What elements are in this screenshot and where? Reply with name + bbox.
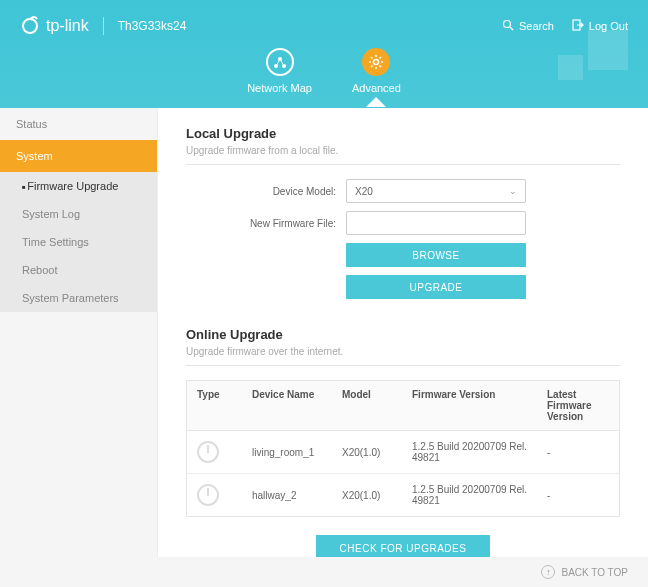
device-model-select[interactable]: X20 ⌄ [346, 179, 526, 203]
svg-line-8 [280, 59, 284, 66]
upgrade-button[interactable]: UPGRADE [346, 275, 526, 299]
svg-point-0 [23, 19, 37, 33]
th-latest: Latest Firmware Version [547, 389, 609, 422]
firmware-file-label: New Firmware File: [186, 218, 336, 229]
device-id: Th3G33ks24 [118, 19, 187, 33]
logo-icon [20, 16, 40, 36]
local-upgrade-section: Local Upgrade Upgrade firmware from a lo… [186, 126, 620, 299]
tab-advanced[interactable]: Advanced [352, 48, 401, 106]
td-firmware: 1.2.5 Build 20200709 Rel. 49821 [412, 484, 547, 506]
sidebar-item-system[interactable]: System [0, 140, 157, 172]
firmware-file-row: New Firmware File: [186, 211, 620, 235]
tab-advanced-label: Advanced [352, 82, 401, 94]
sidebar-sub-firmware[interactable]: Firmware Upgrade [0, 172, 157, 200]
td-latest: - [547, 447, 609, 458]
td-model: X20(1.0) [342, 490, 412, 501]
td-model: X20(1.0) [342, 447, 412, 458]
check-for-upgrades-button[interactable]: CHECK FOR UPGRADES [316, 535, 491, 557]
th-type: Type [197, 389, 252, 422]
main-panel: Local Upgrade Upgrade firmware from a lo… [158, 108, 648, 557]
header: tp-link Th3G33ks24 Search Log Out Networ… [0, 0, 648, 108]
th-firmware: Firmware Version [412, 389, 547, 422]
td-type [197, 484, 252, 506]
chevron-down-icon: ⌄ [509, 186, 517, 196]
svg-line-2 [510, 27, 513, 30]
sidebar-sub-params[interactable]: System Parameters [0, 284, 157, 312]
upgrade-row: UPGRADE [186, 275, 620, 299]
online-upgrade-section: Online Upgrade Upgrade firmware over the… [186, 327, 620, 557]
gear-icon [362, 48, 390, 76]
tab-network-map-label: Network Map [247, 82, 312, 94]
device-type-icon [197, 441, 219, 463]
tab-network-map[interactable]: Network Map [247, 48, 312, 106]
td-name: hallway_2 [252, 490, 342, 501]
td-firmware: 1.2.5 Build 20200709 Rel. 49821 [412, 441, 547, 463]
browse-row: BROWSE [186, 243, 620, 267]
network-map-icon [266, 48, 294, 76]
sidebar-sub-reboot[interactable]: Reboot [0, 256, 157, 284]
back-to-top[interactable]: ↑ BACK TO TOP [0, 557, 648, 587]
svg-line-7 [276, 59, 280, 66]
brand-divider [103, 17, 104, 35]
back-to-top-label: BACK TO TOP [561, 567, 628, 578]
search-icon [502, 19, 514, 33]
divider [186, 164, 620, 165]
online-upgrade-subtitle: Upgrade firmware over the internet. [186, 346, 620, 357]
device-model-label: Device Model: [186, 186, 336, 197]
browse-button[interactable]: BROWSE [346, 243, 526, 267]
device-type-icon [197, 484, 219, 506]
device-model-value: X20 [355, 186, 373, 197]
online-upgrade-title: Online Upgrade [186, 327, 620, 342]
td-latest: - [547, 490, 609, 501]
content: Status System Firmware Upgrade System Lo… [0, 108, 648, 557]
sidebar-sub-syslog[interactable]: System Log [0, 200, 157, 228]
sidebar-sub-time[interactable]: Time Settings [0, 228, 157, 256]
devices-table: Type Device Name Model Firmware Version … [186, 380, 620, 517]
brand-text: tp-link [46, 17, 89, 35]
arrow-up-icon: ↑ [541, 565, 555, 579]
local-upgrade-title: Local Upgrade [186, 126, 620, 141]
th-model: Model [342, 389, 412, 422]
svg-point-1 [504, 21, 511, 28]
divider [186, 365, 620, 366]
table-row: hallway_2X20(1.0)1.2.5 Build 20200709 Re… [187, 474, 619, 516]
firmware-file-input[interactable] [346, 211, 526, 235]
check-button-wrap: CHECK FOR UPGRADES [186, 535, 620, 557]
table-header: Type Device Name Model Firmware Version … [187, 381, 619, 431]
sidebar: Status System Firmware Upgrade System Lo… [0, 108, 158, 557]
td-name: living_room_1 [252, 447, 342, 458]
sidebar-item-status[interactable]: Status [0, 108, 157, 140]
device-model-row: Device Model: X20 ⌄ [186, 179, 620, 203]
nav-tabs: Network Map Advanced [0, 48, 648, 106]
brand: tp-link Th3G33ks24 [20, 16, 186, 36]
table-body: living_room_1X20(1.0)1.2.5 Build 2020070… [187, 431, 619, 516]
td-type [197, 441, 252, 463]
table-row: living_room_1X20(1.0)1.2.5 Build 2020070… [187, 431, 619, 474]
local-upgrade-subtitle: Upgrade firmware from a local file. [186, 145, 620, 156]
th-name: Device Name [252, 389, 342, 422]
svg-point-9 [374, 60, 379, 65]
